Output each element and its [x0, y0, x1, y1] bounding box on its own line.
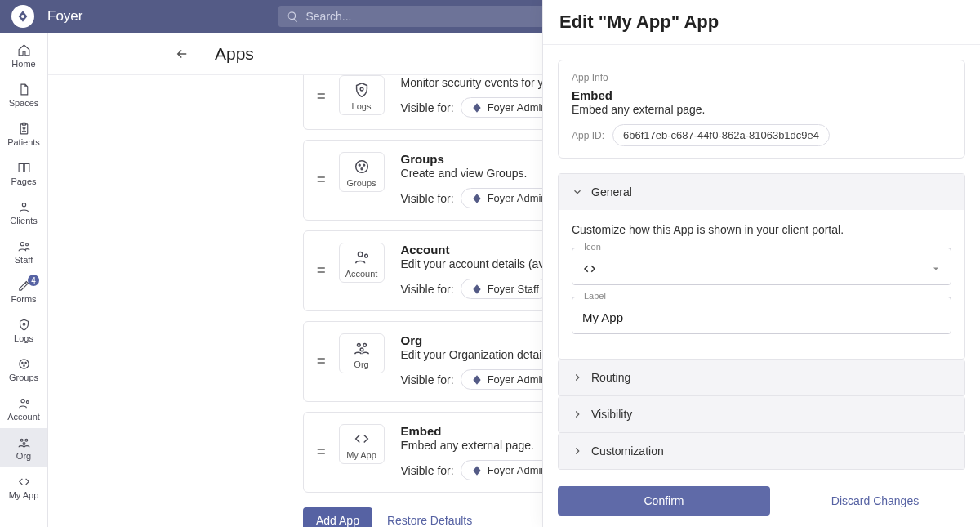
svg-point-20 — [363, 164, 364, 166]
sidebar-item-staff[interactable]: Staff — [0, 232, 47, 271]
app-card-icon: Org — [339, 333, 385, 373]
section-visibility-header[interactable]: Visibility — [559, 396, 964, 432]
app-card-icon: Account — [339, 243, 385, 283]
sidebar-item-account[interactable]: Account — [0, 389, 47, 428]
sidebar-item-label: My App — [9, 490, 39, 500]
app-id-value[interactable]: 6b6f17eb-c687-44f0-862a-81063b1dc9e4 — [612, 124, 830, 146]
sidebar-item-label: Staff — [15, 255, 33, 265]
label-input-field[interactable]: Label — [572, 297, 951, 334]
svg-point-5 — [20, 242, 24, 245]
app-icon-label: My App — [346, 450, 376, 460]
sidebar-item-label: Logs — [14, 333, 33, 343]
shield-icon — [17, 318, 31, 332]
code-icon — [17, 475, 31, 489]
code-icon — [582, 261, 597, 276]
svg-point-17 — [360, 87, 363, 91]
back-button[interactable] — [172, 44, 192, 64]
groups-icon — [17, 357, 31, 371]
visibility-chip[interactable]: Foyer Staff — [461, 279, 550, 299]
brand-name: Foyer — [47, 8, 82, 25]
discard-changes-button[interactable]: Discard Changes — [785, 494, 965, 507]
visible-for-label: Visible for: — [401, 464, 454, 477]
sidebar-item-label: Spaces — [9, 98, 39, 108]
field-label: Label — [581, 291, 609, 301]
drag-handle-icon[interactable]: = — [317, 88, 323, 105]
page-title: Apps — [215, 44, 254, 64]
section-customization-header[interactable]: Customization — [559, 433, 964, 469]
label-input[interactable] — [582, 310, 941, 324]
sidebar-item-spaces[interactable]: Spaces — [0, 75, 47, 114]
drag-handle-icon[interactable]: = — [317, 353, 323, 370]
chevron-right-icon — [572, 409, 583, 420]
sidebar-item-org[interactable]: Org — [0, 428, 47, 467]
svg-point-13 — [26, 400, 29, 403]
brand-logo[interactable] — [11, 5, 34, 28]
confirm-button[interactable]: Confirm — [558, 486, 770, 516]
icon-select-field[interactable]: Icon — [572, 248, 951, 285]
groups-icon — [353, 158, 371, 176]
svg-point-11 — [23, 364, 24, 365]
person-icon — [17, 200, 31, 214]
field-label: Icon — [581, 242, 604, 252]
section-visibility: Visibility — [558, 396, 965, 433]
svg-point-14 — [20, 439, 23, 441]
svg-point-7 — [23, 323, 25, 325]
section-routing-header[interactable]: Routing — [559, 360, 964, 395]
sidebar-item-patients[interactable]: Patients — [0, 114, 47, 154]
svg-point-21 — [361, 168, 363, 170]
svg-point-18 — [355, 161, 368, 173]
sidebar-item-pages[interactable]: Pages — [0, 154, 47, 193]
section-label: Visibility — [591, 408, 632, 421]
section-customization: Customization — [558, 433, 965, 470]
sidebar-item-myapp[interactable]: My App — [0, 467, 47, 507]
app-info-desc: Embed any external page. — [572, 103, 951, 116]
sidebar-item-label: Home — [11, 59, 35, 69]
visible-for-label: Visible for: — [401, 192, 454, 205]
sidebar-item-forms[interactable]: 4 Forms — [0, 271, 47, 310]
sidebar-item-home[interactable]: Home — [0, 36, 47, 75]
edit-app-panel: Edit "My App" App App Info Embed Embed a… — [542, 0, 980, 527]
svg-point-25 — [363, 344, 366, 347]
org-icon — [17, 435, 31, 449]
svg-point-23 — [364, 254, 368, 257]
people-icon — [17, 239, 31, 253]
app-icon-label: Account — [345, 269, 378, 279]
section-general-header[interactable]: General — [559, 174, 964, 210]
svg-point-16 — [23, 442, 25, 444]
code-icon — [353, 430, 371, 448]
visible-for-label: Visible for: — [401, 373, 454, 386]
svg-point-4 — [22, 203, 25, 206]
caret-down-icon — [931, 264, 941, 274]
add-app-button[interactable]: Add App — [303, 507, 372, 527]
svg-point-12 — [20, 399, 24, 402]
sidebar-item-label: Pages — [11, 176, 36, 186]
svg-point-19 — [359, 164, 360, 166]
sidebar-item-groups[interactable]: Groups — [0, 350, 47, 389]
search-icon — [287, 11, 299, 23]
svg-point-6 — [25, 243, 28, 245]
sidebar-item-label: Groups — [9, 373, 38, 382]
sidebar: Home Spaces Patients Pages Clients Staff… — [0, 33, 48, 527]
app-icon-label: Logs — [352, 101, 372, 111]
app-icon-label: Groups — [346, 178, 376, 188]
sidebar-item-logs[interactable]: Logs — [0, 310, 47, 350]
sidebar-item-clients[interactable]: Clients — [0, 193, 47, 232]
org-icon — [353, 339, 371, 357]
general-hint: Customize how this App is shown in your … — [572, 223, 951, 236]
section-label: Customization — [591, 444, 664, 458]
arrow-left-icon — [175, 47, 189, 61]
restore-defaults-button[interactable]: Restore Defaults — [387, 514, 472, 527]
drag-handle-icon[interactable]: = — [317, 172, 323, 189]
drag-handle-icon[interactable]: = — [317, 262, 323, 279]
chevron-down-icon — [572, 186, 583, 198]
svg-point-3 — [23, 127, 25, 129]
section-label: General — [591, 185, 632, 199]
visible-for-label: Visible for: — [401, 101, 454, 114]
svg-point-24 — [357, 344, 360, 347]
document-icon — [17, 83, 31, 96]
section-label: Routing — [591, 371, 630, 384]
drag-handle-icon[interactable]: = — [317, 444, 323, 461]
svg-point-26 — [360, 348, 363, 351]
sidebar-item-label: Forms — [11, 294, 36, 304]
svg-point-0 — [21, 15, 24, 18]
